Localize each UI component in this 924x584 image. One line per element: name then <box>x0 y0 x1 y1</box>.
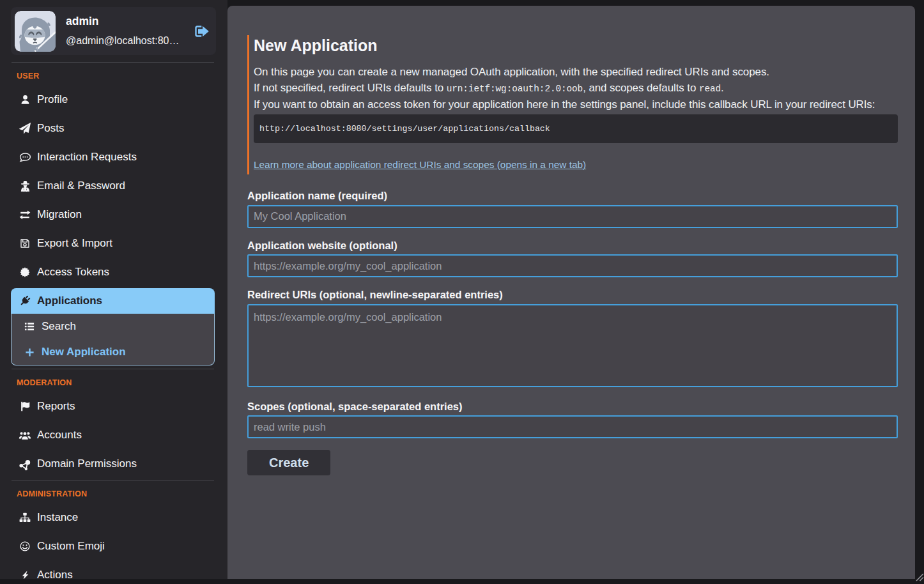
sidebar-section-administration: ADMINISTRATION Instance Custom Emoji Act… <box>0 480 227 579</box>
menu-moderation: Reports Accounts Domain Permissions <box>0 394 227 477</box>
intro-line-2-pre: If not specified, redirect URIs defaults… <box>254 82 447 94</box>
sidebar-item-interaction-requests[interactable]: Interaction Requests <box>11 144 215 170</box>
sidebar-item-label: Interaction Requests <box>37 151 137 164</box>
sidebar-item-posts[interactable]: Posts <box>11 116 215 141</box>
circle-nodes-icon <box>19 457 31 470</box>
sidebar-divider <box>12 62 214 63</box>
sitemap-icon <box>19 511 31 524</box>
smile-icon <box>19 540 31 553</box>
sidebar-item-label: Migration <box>37 208 82 221</box>
sidebar-item-domain-permissions[interactable]: Domain Permissions <box>11 451 215 477</box>
application-website-input[interactable] <box>247 254 898 277</box>
sidebar-section-user: USER Profile Posts Interaction Requests … <box>0 72 227 365</box>
sidebar-item-accounts[interactable]: Accounts <box>11 422 215 448</box>
intro-line-2-mid: , and scopes defaults to <box>583 82 699 94</box>
section-label-user: USER <box>17 72 227 81</box>
application-website-label: Application website (optional) <box>247 240 898 251</box>
resize-grip-icon <box>916 573 924 581</box>
sidebar-section-moderation: MODERATION Reports Accounts Domain Permi… <box>0 369 227 477</box>
create-button[interactable]: Create <box>247 450 330 475</box>
scopes-label: Scopes (optional, space-separated entrie… <box>247 401 898 412</box>
sidebar-item-actions[interactable]: Actions <box>11 562 215 579</box>
section-label-administration: ADMINISTRATION <box>17 489 227 498</box>
plus-icon <box>23 346 36 358</box>
sidebar-item-label: Domain Permissions <box>37 457 137 470</box>
sidebar-item-migration[interactable]: Migration <box>11 202 215 227</box>
plug-icon <box>19 295 31 307</box>
flag-icon <box>19 400 31 413</box>
users-icon <box>19 429 31 442</box>
docs-block: New Application On this page you can cre… <box>247 35 898 174</box>
scopes-input[interactable] <box>247 415 898 438</box>
sidebar-item-reports[interactable]: Reports <box>11 394 215 419</box>
sidebar-item-label: Applications <box>37 295 102 307</box>
form-group-website: Application website (optional) <box>247 240 898 278</box>
user-card[interactable]: admin @admin@localhost:80… <box>11 7 216 55</box>
form-group-name: Application name (required) <box>247 190 898 228</box>
callback-url-code[interactable]: http://localhost:8080/settings/user/appl… <box>254 114 898 143</box>
menu-administration: Instance Custom Emoji Actions <box>0 505 227 579</box>
user-names: admin @admin@localhost:80… <box>66 15 190 48</box>
exchange-icon <box>19 208 31 221</box>
applications-submenu: Search New Application <box>11 314 215 365</box>
menu-user: Profile Posts Interaction Requests Email… <box>0 87 227 365</box>
sidebar-item-label: Profile <box>37 93 68 106</box>
sidebar: admin @admin@localhost:80… USER Profile <box>0 0 227 579</box>
read-code: read <box>699 84 721 94</box>
user-icon <box>19 93 31 106</box>
sidebar-item-instance[interactable]: Instance <box>11 505 215 530</box>
sidebar-item-email-password[interactable]: Email & Password <box>11 173 215 199</box>
certificate-icon <box>19 266 31 279</box>
logout-icon[interactable] <box>195 26 209 37</box>
sidebar-item-label: Accounts <box>37 429 82 442</box>
sidebar-item-label: Email & Password <box>37 180 125 192</box>
sidebar-divider <box>12 480 214 480</box>
oob-code: urn:ietf:wg:oauth:2.0:oob <box>447 84 583 94</box>
sidebar-item-access-tokens[interactable]: Access Tokens <box>11 259 215 285</box>
sidebar-item-applications[interactable]: Applications <box>11 288 215 314</box>
sidebar-item-label: Actions <box>37 569 73 579</box>
section-label-moderation: MODERATION <box>17 378 227 387</box>
sidebar-item-label: Access Tokens <box>37 266 109 279</box>
paper-plane-icon <box>19 122 31 135</box>
learn-more-link[interactable]: Learn more about application redirect UR… <box>254 159 586 171</box>
form-group-scopes: Scopes (optional, space-separated entrie… <box>247 401 898 439</box>
redirect-uris-label: Redirect URIs (optional, newline-separat… <box>247 289 898 300</box>
sidebar-divider <box>12 369 214 369</box>
sidebar-item-profile[interactable]: Profile <box>11 87 215 112</box>
intro-line-2: If not specified, redirect URIs defaults… <box>254 81 898 97</box>
sidebar-item-applications-search[interactable]: Search <box>12 314 214 339</box>
sidebar-item-label: Posts <box>37 122 65 135</box>
sidebar-item-label: Reports <box>37 400 75 413</box>
comment-dots-icon <box>19 151 31 164</box>
intro-line-1: On this page you can create a new manage… <box>254 65 898 81</box>
sidebar-item-label: Search <box>42 320 76 333</box>
sidebar-item-custom-emoji[interactable]: Custom Emoji <box>11 534 215 559</box>
page-title: New Application <box>254 35 898 56</box>
floppy-disk-icon <box>19 237 31 250</box>
avatar <box>15 11 56 52</box>
user-secret-icon <box>19 180 31 192</box>
intro-line-3: If you want to obtain an access token fo… <box>254 97 898 113</box>
sidebar-item-label: Custom Emoji <box>37 540 105 553</box>
sidebar-item-label: Instance <box>37 511 78 524</box>
form-group-redirect-uris: Redirect URIs (optional, newline-separat… <box>247 289 898 387</box>
redirect-uris-textarea[interactable] <box>247 304 898 387</box>
sidebar-item-export-import[interactable]: Export & Import <box>11 231 215 256</box>
settings-app: admin @admin@localhost:80… USER Profile <box>0 0 924 579</box>
main-panel: New Application On this page you can cre… <box>227 6 915 579</box>
user-handle: @admin@localhost:80… <box>66 34 190 48</box>
sidebar-item-label: New Application <box>42 346 126 358</box>
application-name-label: Application name (required) <box>247 190 898 201</box>
sidebar-item-label: Export & Import <box>37 237 112 250</box>
application-name-input[interactable] <box>247 205 898 228</box>
bolt-icon <box>19 569 31 579</box>
intro-line-2-post: . <box>721 82 724 94</box>
new-application-form: Application name (required) Application … <box>247 190 898 475</box>
list-icon <box>23 320 36 333</box>
user-display-name: admin <box>66 15 190 28</box>
sidebar-item-applications-new[interactable]: New Application <box>12 339 214 365</box>
